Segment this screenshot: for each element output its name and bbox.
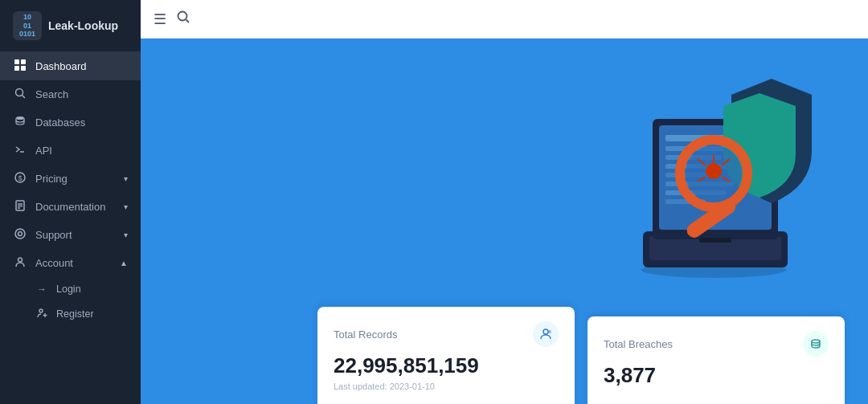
sidebar-item-label: Pricing — [35, 173, 68, 185]
search-icon — [13, 88, 27, 101]
database-icon — [13, 116, 27, 129]
sidebar-item-account[interactable]: Account ▲ — [0, 249, 141, 277]
sidebar-item-dashboard[interactable]: Dashboard — [0, 52, 141, 80]
menu-toggle-button[interactable]: ☰ — [154, 10, 166, 28]
svg-rect-2 — [14, 66, 19, 71]
svg-rect-35 — [699, 238, 731, 243]
dollar-icon: $ — [13, 172, 27, 186]
chevron-down-icon: ▾ — [124, 231, 128, 239]
svg-point-45 — [543, 329, 548, 334]
svg-rect-1 — [21, 59, 26, 64]
svg-rect-3 — [21, 66, 26, 71]
sidebar-item-label: API — [35, 145, 52, 157]
stat-card-total-records: Total Records 22,995,851,159 Last update… — [317, 307, 575, 404]
topbar: ☰ — [141, 0, 868, 39]
records-icon — [533, 321, 559, 347]
svg-line-21 — [186, 20, 190, 23]
stat-title-breaches: Total Breaches — [604, 338, 673, 350]
sidebar: 10010101 Leak-Lookup Dashboard Search — [0, 0, 141, 404]
support-icon — [13, 228, 27, 242]
register-icon — [35, 308, 48, 320]
hero-section: Total Records 22,995,851,159 Last update… — [141, 39, 868, 404]
svg-point-6 — [16, 116, 24, 120]
chevron-down-icon: ▾ — [124, 202, 128, 211]
sidebar-item-label: Search — [35, 88, 68, 100]
doc-icon — [13, 200, 27, 214]
search-toggle-button[interactable] — [176, 10, 190, 28]
svg-rect-0 — [14, 59, 19, 64]
sidebar-subitem-label: Register — [56, 308, 94, 320]
sidebar-logo[interactable]: 10010101 Leak-Lookup — [0, 0, 141, 52]
sidebar-item-documentation[interactable]: Documentation ▾ — [0, 193, 141, 221]
logo-text: Leak-Lookup — [48, 19, 118, 32]
sidebar-item-support[interactable]: Support ▾ — [0, 221, 141, 249]
svg-point-46 — [548, 330, 551, 333]
stat-card-total-breaches: Total Breaches 3,877 — [588, 316, 845, 404]
sidebar-subitem-register[interactable]: Register — [0, 301, 141, 327]
main-content: ☰ — [141, 0, 868, 404]
svg-line-5 — [23, 96, 26, 99]
person-icon — [13, 256, 27, 270]
svg-point-16 — [18, 258, 23, 262]
logo-icon: 10010101 — [13, 11, 42, 40]
sidebar-subitem-label: Login — [56, 284, 81, 295]
sidebar-item-label: Documentation — [35, 201, 105, 213]
sidebar-item-label: Account — [35, 257, 73, 269]
sidebar-subitem-login[interactable]: → Login — [0, 277, 141, 301]
sidebar-item-pricing[interactable]: $ Pricing ▾ — [0, 165, 141, 193]
stat-value-breaches: 3,877 — [604, 363, 829, 388]
svg-text:$: $ — [18, 174, 22, 182]
hero-illustration — [595, 55, 836, 288]
grid-icon — [13, 59, 27, 73]
svg-point-20 — [178, 12, 187, 21]
sidebar-item-label: Support — [35, 229, 72, 241]
breaches-icon — [803, 331, 829, 357]
sidebar-item-databases[interactable]: Databases — [0, 108, 141, 137]
svg-point-4 — [16, 89, 23, 96]
sidebar-item-search[interactable]: Search — [0, 80, 141, 108]
sidebar-item-label: Databases — [35, 116, 85, 129]
svg-point-14 — [15, 229, 25, 239]
login-icon: → — [35, 284, 48, 295]
stat-sub-records: Last updated: 2023-01-10 — [334, 382, 559, 391]
svg-point-17 — [39, 309, 43, 312]
svg-point-39 — [706, 163, 722, 179]
stats-row: Total Records 22,995,851,159 Last update… — [141, 307, 868, 404]
svg-point-15 — [18, 232, 23, 236]
stat-value-records: 22,995,851,159 — [334, 353, 559, 378]
sidebar-item-label: Dashboard — [35, 60, 87, 72]
terminal-icon — [13, 144, 27, 157]
sidebar-item-api[interactable]: API — [0, 137, 141, 165]
chevron-down-icon: ▾ — [124, 174, 128, 183]
chevron-up-icon: ▲ — [120, 259, 128, 267]
svg-point-47 — [812, 340, 820, 343]
stat-title-records: Total Records — [334, 329, 397, 341]
